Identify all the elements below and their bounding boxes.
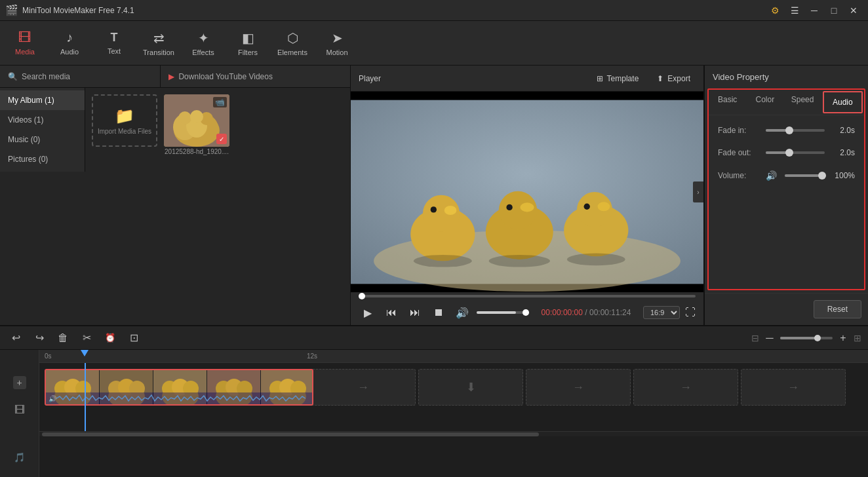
timeline-placeholder-4[interactable]: → xyxy=(633,369,738,406)
svg-point-12 xyxy=(444,206,457,215)
fullscreen-button[interactable]: ⛶ xyxy=(685,307,696,318)
sidebar-item-myalbum[interactable]: My Album (1) xyxy=(0,90,85,110)
window-controls: ⚙ ☰ ─ □ ✕ xyxy=(766,3,863,18)
fade-out-slider[interactable] xyxy=(766,151,825,154)
toolbar-item-transition[interactable]: ⇄ Transition xyxy=(136,24,181,63)
play-button[interactable]: ▶ xyxy=(359,303,377,322)
search-media-button[interactable]: 🔍 Search media xyxy=(0,66,161,87)
fade-in-value: 2.0s xyxy=(830,126,855,135)
export-icon: ⬆ xyxy=(657,74,663,83)
youtube-download-button[interactable]: ▶ Download YouTube Videos xyxy=(161,66,350,87)
toolbar-item-text[interactable]: T Text xyxy=(92,24,136,63)
volume-handle[interactable] xyxy=(523,309,529,316)
menu-icon[interactable]: ☰ xyxy=(785,3,804,18)
transition-icon: ⇄ xyxy=(153,30,165,46)
add-track-button[interactable]: + xyxy=(13,376,26,389)
close-button[interactable]: ✕ xyxy=(844,3,863,18)
audio-track-symbol: 🎵 xyxy=(14,452,25,463)
app-title: MiniTool MovieMaker Free 7.4.1 xyxy=(22,6,766,15)
folder-icon: 📁 xyxy=(115,107,134,125)
ruler-mark-12s: 12s xyxy=(307,353,317,360)
zoom-in-button[interactable]: + xyxy=(835,330,851,346)
toolbar-item-audio[interactable]: ♪ Audio xyxy=(47,24,92,63)
main-area: 🔍 Search media ▶ Download YouTube Videos… xyxy=(0,66,868,325)
placeholder-arrow-2: ⬇ xyxy=(466,380,476,394)
tab-color[interactable]: Color xyxy=(746,90,783,115)
timeline-scrollbar[interactable] xyxy=(39,431,868,436)
template-button[interactable]: ⊞ Template xyxy=(591,71,644,86)
tab-speed[interactable]: Speed xyxy=(784,90,821,115)
sidebar-item-music[interactable]: Music (0) xyxy=(0,130,85,149)
delete-button[interactable]: 🗑 xyxy=(54,329,72,347)
timeline-placeholder-2[interactable]: ⬇ xyxy=(418,369,523,406)
settings-icon[interactable]: ⚙ xyxy=(766,3,784,18)
next-button[interactable]: ⏭ xyxy=(406,303,424,322)
volume-slider[interactable] xyxy=(477,311,529,314)
seek-handle[interactable] xyxy=(359,293,365,299)
volume-property-slider[interactable] xyxy=(785,174,825,177)
zoom-in-icon: ⊞ xyxy=(854,333,861,343)
toolbar: 🎞 Media ♪ Audio T Text ⇄ Transition ✦ Ef… xyxy=(0,21,868,66)
tab-basic[interactable]: Basic xyxy=(709,90,746,115)
fade-out-row: Fade out: 2.0s xyxy=(718,148,855,157)
export-button[interactable]: ⬆ Export xyxy=(652,71,696,86)
toolbar-item-media[interactable]: 🎞 Media xyxy=(3,24,47,63)
cut-button[interactable]: ✂ xyxy=(77,329,96,347)
volume-button[interactable]: 🔊 xyxy=(453,303,471,322)
zoom-out-button[interactable]: ─ xyxy=(762,330,778,346)
player-panel: Player ⊞ Template ⬆ Export xyxy=(351,66,704,325)
volume-property-handle[interactable] xyxy=(818,172,826,180)
audio-icon: ♪ xyxy=(66,30,73,45)
timeline-placeholder-3[interactable]: → xyxy=(526,369,631,406)
video-type-icon: 📹 xyxy=(213,97,227,107)
scrollbar-thumb[interactable] xyxy=(42,432,539,436)
import-media-button[interactable]: 📁 Import Media Files xyxy=(92,94,157,147)
selected-checkmark: ✓ xyxy=(216,134,227,144)
fade-in-handle[interactable] xyxy=(785,126,793,134)
zoom-out-icon: ⊟ xyxy=(751,333,759,343)
player-video-area: › xyxy=(351,92,703,292)
maximize-button[interactable]: □ xyxy=(825,3,843,18)
filters-label: Filters xyxy=(238,48,258,56)
tab-audio[interactable]: Audio xyxy=(823,91,863,113)
panel-expand-button[interactable]: › xyxy=(693,181,703,202)
crop-button[interactable]: ⊡ xyxy=(125,329,143,347)
placeholder-arrow-1: → xyxy=(357,381,369,394)
aspect-ratio-select[interactable]: 16:9 9:16 1:1 4:3 xyxy=(643,306,680,319)
media-label: Media xyxy=(15,48,35,56)
timeline-main[interactable]: 0s 12s xyxy=(39,350,868,477)
fade-out-fill xyxy=(766,151,787,154)
time-separator: / xyxy=(585,308,589,317)
stop-button[interactable]: ⏹ xyxy=(429,303,448,322)
search-label: Search media xyxy=(22,72,70,81)
timeline: + 🎞 🎵 0s 12s xyxy=(0,350,868,477)
prev-button[interactable]: ⏮ xyxy=(382,303,401,322)
video-track-symbol: 🎞 xyxy=(14,404,25,416)
sidebar-item-videos[interactable]: Videos (1) xyxy=(0,110,85,130)
zoom-controls: ⊟ ─ + ⊞ xyxy=(751,330,861,346)
svg-point-13 xyxy=(431,206,437,212)
timeline-placeholder-5[interactable]: → xyxy=(741,369,846,406)
minimize-button[interactable]: ─ xyxy=(805,3,823,18)
sidebar-item-pictures[interactable]: Pictures (0) xyxy=(0,149,85,169)
current-time: 00:00:00:00 xyxy=(542,308,583,317)
reset-button[interactable]: Reset xyxy=(814,300,861,318)
progress-row xyxy=(351,292,703,300)
toolbar-item-filters[interactable]: ◧ Filters xyxy=(226,24,270,63)
redo-button[interactable]: ↪ xyxy=(30,329,49,347)
toolbar-item-effects[interactable]: ✦ Effects xyxy=(181,24,226,63)
media-thumbnail-1[interactable]: 📹 ✓ xyxy=(164,94,229,147)
undo-button[interactable]: ↩ xyxy=(7,329,25,347)
audio-label: Audio xyxy=(60,48,79,56)
toolbar-item-motion[interactable]: ➤ Motion xyxy=(315,24,359,63)
zoom-handle[interactable] xyxy=(814,335,821,341)
fade-in-slider[interactable] xyxy=(766,129,825,132)
audio-detach-button[interactable]: ⏰ xyxy=(101,329,119,347)
video-seek-bar[interactable] xyxy=(359,295,696,297)
toolbar-item-elements[interactable]: ⬡ Elements xyxy=(270,24,315,63)
left-panel: 🔍 Search media ▶ Download YouTube Videos… xyxy=(0,66,351,325)
timeline-placeholder-1[interactable]: → xyxy=(311,369,416,406)
zoom-slider[interactable] xyxy=(780,337,833,339)
search-icon: 🔍 xyxy=(8,72,18,81)
fade-out-handle[interactable] xyxy=(785,149,793,157)
